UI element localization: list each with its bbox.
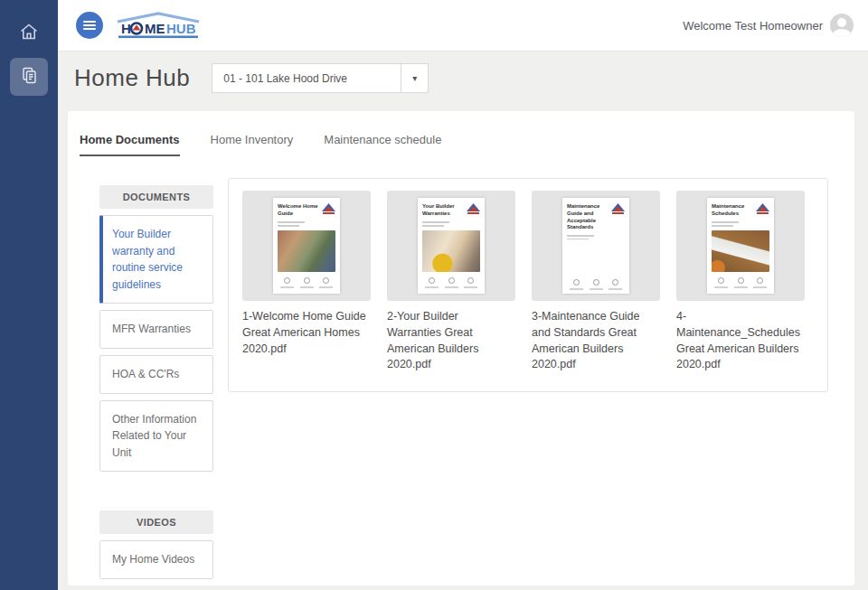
builder-logo-icon: [611, 203, 625, 215]
menu-button[interactable]: [76, 12, 103, 39]
left-sidebar: [0, 0, 58, 590]
videos-section-header: VIDEOS: [99, 510, 213, 534]
cover-photo: [278, 230, 335, 272]
cover-subtitle-line: [567, 235, 594, 236]
logo-text-me: ME: [145, 21, 165, 36]
tab-bar: Home Documents Home Inventory Maintenanc…: [80, 133, 842, 156]
tab-home-inventory[interactable]: Home Inventory: [211, 133, 294, 156]
category-my-home-videos[interactable]: My Home Videos: [99, 540, 213, 579]
pdf-cover: Your Builder Warranties: [418, 198, 485, 294]
page-title: Home Hub: [74, 64, 190, 92]
document-card-maintenance-schedules[interactable]: Maintenance Schedules: [676, 191, 805, 373]
category-hoa-ccrs[interactable]: HOA & CC'Rs: [99, 355, 213, 394]
document-card-maintenance-guide[interactable]: Maintenance Guide and Acceptable Standar…: [532, 191, 660, 373]
pdf-cover: Maintenance Schedules: [707, 198, 774, 294]
top-header: H ME HUB Welcome Test Homeowner: [58, 0, 868, 52]
pdf-cover-title: Your Builder Warranties: [422, 203, 464, 218]
homehub-logo: H ME HUB: [114, 11, 203, 41]
documents-icon: [18, 64, 40, 89]
document-filename[interactable]: 4-Maintenance_Schedules Great American B…: [676, 309, 805, 373]
pdf-cover: Maintenance Guide and Acceptable Standar…: [562, 198, 629, 294]
pdf-cover-title: Maintenance Schedules: [712, 203, 753, 218]
builder-logo-icon: [322, 203, 335, 215]
document-thumbnail[interactable]: Maintenance Guide and Acceptable Standar…: [532, 191, 660, 301]
cover-subtitle-line: [278, 225, 299, 227]
logo-text-hub: HUB: [166, 21, 196, 36]
documents-section-header: DOCUMENTS: [99, 185, 213, 209]
home-nav-button[interactable]: [10, 14, 48, 52]
pdf-cover-title: Maintenance Guide and Acceptable Standar…: [567, 203, 609, 231]
user-avatar[interactable]: [830, 14, 854, 37]
document-filename[interactable]: 3-Maintenance Guide and Standards Great …: [532, 309, 660, 373]
caret-down-icon[interactable]: ▾: [401, 64, 428, 92]
category-builder-warranty[interactable]: Your Builder warranty and routine servic…: [99, 215, 213, 304]
cover-subtitle-line: [712, 225, 733, 227]
document-filename[interactable]: 1-Welcome Home Guide Great American Home…: [242, 309, 371, 357]
cover-subtitle-line: [278, 221, 305, 223]
cover-footer-icons: [567, 279, 625, 290]
cover-subtitle-line: [422, 225, 444, 227]
builder-logo-icon: [467, 203, 480, 215]
document-thumbnail[interactable]: Welcome Home Guide: [242, 191, 371, 301]
document-card-welcome-guide[interactable]: Welcome Home Guide: [242, 191, 371, 373]
cover-photo: [422, 230, 480, 272]
property-select-value: 01 - 101 Lake Hood Drive: [212, 64, 401, 92]
tab-maintenance-schedule[interactable]: Maintenance schedule: [324, 133, 441, 156]
welcome-user-text: Welcome Test Homeowner: [683, 19, 823, 33]
property-select[interactable]: 01 - 101 Lake Hood Drive ▾: [212, 63, 429, 93]
document-thumbnail[interactable]: Maintenance Schedules: [676, 191, 805, 301]
cover-photo: [567, 243, 625, 274]
cover-footer-icons: [712, 277, 769, 288]
document-category-nav: DOCUMENTS Your Builder warranty and rout…: [99, 185, 213, 579]
category-other-information[interactable]: Other Information Related to Your Unit: [99, 400, 213, 473]
document-filename[interactable]: 2-Your Builder Warranties Great American…: [387, 309, 515, 373]
cover-photo: [712, 230, 769, 272]
cover-footer-icons: [278, 277, 335, 288]
tab-home-documents[interactable]: Home Documents: [80, 133, 180, 156]
hamburger-icon: [83, 24, 96, 26]
pdf-cover: Welcome Home Guide: [273, 198, 340, 294]
documents-grid: Welcome Home Guide: [228, 178, 828, 392]
category-mfr-warranties[interactable]: MFR Warranties: [99, 310, 213, 349]
document-card-builder-warranties[interactable]: Your Builder Warranties: [387, 191, 515, 373]
main-area: Home Hub 01 - 101 Lake Hood Drive ▾ Home…: [58, 52, 868, 590]
cover-subtitle-line: [567, 239, 589, 239]
home-icon: [18, 21, 40, 46]
cover-subtitle-line: [422, 221, 449, 223]
documents-nav-button[interactable]: [10, 58, 48, 96]
builder-logo-icon: [756, 203, 769, 215]
content-panel: Home Documents Home Inventory Maintenanc…: [68, 111, 854, 585]
document-thumbnail[interactable]: Your Builder Warranties: [387, 191, 515, 301]
logo-underline: [118, 35, 198, 38]
logo-text-h: H: [121, 21, 131, 36]
cover-footer-icons: [422, 277, 480, 288]
pdf-cover-title: Welcome Home Guide: [278, 203, 319, 218]
cover-subtitle-line: [712, 221, 739, 223]
